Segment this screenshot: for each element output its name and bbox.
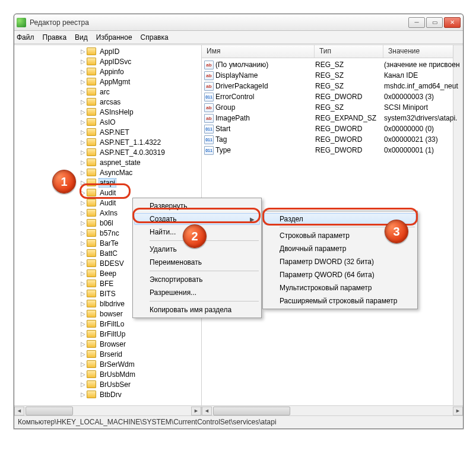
expand-icon[interactable]: ▷: [80, 109, 87, 115]
expand-icon[interactable]: ▷: [80, 220, 87, 226]
expand-icon[interactable]: ▷: [80, 119, 87, 125]
list-row[interactable]: abDisplayNameREG_SZКанал IDE: [202, 70, 463, 81]
expand-icon[interactable]: ▷: [80, 240, 87, 246]
tree-item[interactable]: ▷BtbDrv: [15, 389, 201, 399]
tree-item[interactable]: ▷Browser: [15, 339, 201, 349]
expand-icon[interactable]: ▷: [80, 260, 87, 266]
ctx-export[interactable]: Экспортировать: [134, 273, 260, 286]
expand-icon[interactable]: ▷: [80, 99, 87, 105]
expand-icon[interactable]: ▷: [80, 179, 87, 186]
tree-item[interactable]: ▷Audit: [15, 188, 201, 198]
tree-item[interactable]: ▷ASP.NET: [15, 127, 201, 137]
expand-icon[interactable]: ▷: [80, 169, 87, 176]
expand-icon[interactable]: ▷: [80, 341, 87, 347]
tree-item[interactable]: ▷Brserid: [15, 349, 201, 359]
ctx-expand[interactable]: Развернуть: [134, 199, 260, 212]
scroll-left-icon[interactable]: ◄: [14, 407, 24, 415]
tree-item[interactable]: ▷arc: [15, 87, 201, 97]
tree-item[interactable]: ▷aspnet_state: [15, 157, 201, 167]
tree-item[interactable]: ▷BrFiltLo: [15, 319, 201, 329]
ctx-create[interactable]: Создать▶: [134, 213, 260, 225]
menu-file[interactable]: Файл: [17, 33, 34, 42]
expand-icon[interactable]: ▷: [80, 270, 87, 277]
expand-icon[interactable]: ▷: [80, 320, 87, 327]
tree-item[interactable]: ▷AsyncMac: [15, 167, 201, 177]
expand-icon[interactable]: ▷: [80, 371, 87, 377]
expand-icon[interactable]: ▷: [80, 310, 87, 317]
column-name[interactable]: Имя: [202, 45, 315, 58]
menu-favorites[interactable]: Избранное: [96, 33, 132, 42]
expand-icon[interactable]: ▷: [80, 129, 87, 135]
scroll-right-icon[interactable]: ►: [453, 407, 463, 415]
list-row[interactable]: abImagePathREG_EXPAND_SZsystem32\drivers…: [202, 113, 463, 123]
menu-view[interactable]: Вид: [75, 33, 88, 42]
list-row[interactable]: abGroupREG_SZSCSI Miniport: [202, 102, 463, 113]
list-row[interactable]: 011TagREG_DWORD0x00000021 (33): [202, 134, 463, 145]
expand-icon[interactable]: ▷: [80, 88, 87, 95]
list-row[interactable]: abDriverPackageIdREG_SZmshdc.inf_amd64_n…: [202, 81, 463, 91]
tree-item[interactable]: ▷BrSerWdm: [15, 359, 201, 369]
submenu-qword[interactable]: Параметр QWORD (64 бита): [264, 268, 416, 281]
scroll-right-icon[interactable]: ►: [191, 407, 201, 415]
scroll-thumb[interactable]: [26, 407, 73, 415]
menu-edit[interactable]: Правка: [43, 33, 67, 42]
expand-icon[interactable]: ▷: [80, 58, 87, 65]
tree-item[interactable]: ▷ASP.NET_1.1.4322: [15, 137, 201, 147]
tree-item-label: b06l: [99, 219, 115, 227]
expand-icon[interactable]: ▷: [80, 381, 87, 388]
expand-icon[interactable]: ▷: [80, 391, 87, 398]
expand-icon[interactable]: ▷: [80, 351, 87, 357]
ctx-permissions[interactable]: Разрешения...: [134, 286, 260, 299]
expand-icon[interactable]: ▷: [80, 280, 87, 287]
expand-icon[interactable]: ▷: [80, 159, 87, 166]
column-value[interactable]: Значение: [383, 45, 463, 58]
submenu-binary[interactable]: Двоичный параметр: [264, 242, 416, 255]
tree-item[interactable]: ▷AppMgmt: [15, 77, 201, 87]
expand-icon[interactable]: ▷: [80, 290, 87, 297]
tree-item[interactable]: ▷ASInsHelp: [15, 107, 201, 117]
list-row[interactable]: 011ErrorControlREG_DWORD0x00000003 (3): [202, 91, 463, 102]
expand-icon[interactable]: ▷: [80, 250, 87, 256]
tree-horizontal-scrollbar[interactable]: ◄ ►: [14, 405, 201, 415]
tree-item[interactable]: ▷Appinfo: [15, 66, 201, 77]
submenu-multi-string[interactable]: Мультистроковый параметр: [264, 281, 416, 294]
list-row[interactable]: ab(По умолчанию)REG_SZ(значение не присв…: [202, 59, 463, 70]
scroll-thumb[interactable]: [213, 407, 290, 415]
scroll-left-icon[interactable]: ◄: [202, 407, 212, 415]
tree-item[interactable]: ▷AppID: [15, 46, 201, 56]
tree-item[interactable]: ▷BrUsbMdm: [15, 369, 201, 379]
tree-item[interactable]: ▷arcsas: [15, 97, 201, 107]
tree-item[interactable]: ▷ASP.NET_4.0.30319: [15, 147, 201, 157]
expand-icon[interactable]: ▷: [80, 361, 87, 367]
titlebar[interactable]: Редактор реестра ─ ▭ ✕: [14, 14, 463, 31]
expand-icon[interactable]: ▷: [80, 189, 87, 196]
tree-item[interactable]: ▷atapi: [15, 177, 201, 188]
expand-icon[interactable]: ▷: [80, 199, 87, 206]
expand-icon[interactable]: ▷: [80, 78, 87, 85]
expand-icon[interactable]: ▷: [80, 230, 87, 236]
expand-icon[interactable]: ▷: [80, 149, 87, 155]
maximize-button[interactable]: ▭: [426, 17, 443, 28]
tree-item[interactable]: ▷BrFiltUp: [15, 329, 201, 339]
tree-item[interactable]: ▷AppIDSvc: [15, 56, 201, 66]
submenu-dword[interactable]: Параметр DWORD (32 бита): [264, 255, 416, 268]
expand-icon[interactable]: ▷: [80, 300, 87, 307]
menu-help[interactable]: Справка: [141, 33, 169, 42]
expand-icon[interactable]: ▷: [80, 139, 87, 145]
tree-item[interactable]: ▷AsIO: [15, 117, 201, 127]
tree-item[interactable]: ▷BrUsbSer: [15, 379, 201, 389]
list-header[interactable]: Имя Тип Значение: [202, 45, 463, 58]
expand-icon[interactable]: ▷: [80, 331, 87, 337]
close-button[interactable]: ✕: [444, 17, 461, 28]
list-row[interactable]: 011TypeREG_DWORD0x00000001 (1): [202, 145, 463, 155]
minimize-button[interactable]: ─: [408, 17, 425, 28]
expand-icon[interactable]: ▷: [80, 68, 87, 75]
column-type[interactable]: Тип: [315, 45, 383, 58]
ctx-rename[interactable]: Переименовать: [134, 256, 260, 269]
list-row[interactable]: 011StartREG_DWORD0x00000000 (0): [202, 123, 463, 134]
expand-icon[interactable]: ▷: [80, 48, 87, 55]
list-horizontal-scrollbar[interactable]: ◄ ►: [202, 405, 463, 415]
ctx-copy-key-name[interactable]: Копировать имя раздела: [134, 303, 260, 316]
expand-icon[interactable]: ▷: [80, 210, 87, 216]
submenu-expand-string[interactable]: Расширяемый строковый параметр: [264, 294, 416, 307]
